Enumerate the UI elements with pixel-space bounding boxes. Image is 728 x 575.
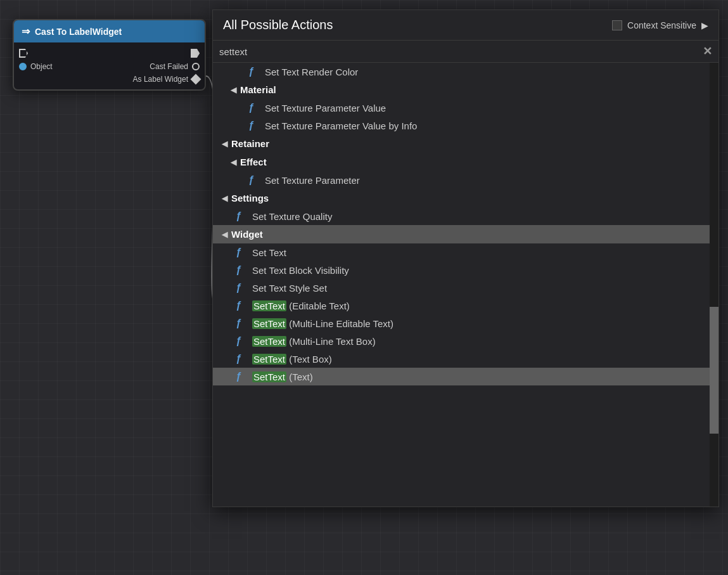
panel-title: All Possible Actions — [223, 18, 333, 32]
item-label: Set Texture Parameter Value — [265, 103, 386, 113]
list-item[interactable]: ƒ SetText (Multi-Line Text Box) — [213, 332, 718, 350]
highlight-settext: SetText — [252, 371, 286, 382]
context-sensitive-arrow: ▶ — [701, 20, 708, 30]
list-item[interactable]: ƒ Set Text — [213, 243, 718, 261]
scrollbar-track — [710, 63, 718, 507]
category-effect[interactable]: ◀ Effect — [213, 153, 718, 171]
list-item[interactable]: ƒ Set Texture Parameter Value — [213, 99, 718, 117]
func-icon: ƒ — [248, 174, 260, 186]
list-item[interactable]: ƒ Set Text Style Set — [213, 279, 718, 297]
list-item[interactable]: ƒ SetText (Text Box) — [213, 350, 718, 368]
actions-header: All Possible Actions Context Sensitive ▶ — [213, 10, 718, 41]
as-label-widget-label: As Label Widget — [133, 75, 188, 84]
cast-failed-pin[interactable] — [192, 63, 200, 70]
highlight-settext: SetText — [252, 318, 286, 329]
context-sensitive-label: Context Sensitive — [627, 20, 696, 30]
category-label-widget: Widget — [231, 229, 263, 240]
category-label-effect: Effect — [240, 157, 267, 167]
func-icon: ƒ — [236, 300, 247, 311]
object-pin-row: Object Cast Failed — [14, 60, 205, 73]
object-label: Object — [30, 62, 53, 71]
func-icon: ƒ — [236, 210, 247, 222]
item-label: Set Text Block Visibility — [252, 265, 349, 276]
item-label: SetText (Editable Text) — [252, 300, 350, 311]
collapse-arrow-material: ◀ — [231, 86, 236, 94]
cast-failed-label: Cast Failed — [150, 62, 188, 71]
item-label: SetText (Multi-Line Editable Text) — [252, 318, 393, 329]
item-label: SetText (Multi-Line Text Box) — [252, 336, 376, 347]
highlight-settext: SetText — [252, 300, 286, 311]
category-label-retainer: Retainer — [231, 138, 269, 149]
category-retainer[interactable]: ◀ Retainer — [213, 134, 718, 153]
list-item[interactable]: ƒ Set Texture Parameter — [213, 171, 718, 189]
func-icon: ƒ — [248, 66, 260, 77]
item-label: Set Texture Quality — [252, 211, 332, 222]
collapse-arrow-settings: ◀ — [222, 194, 227, 203]
exec-row — [14, 46, 205, 60]
search-bar: ✕ — [213, 41, 718, 63]
cast-icon: ⇒ — [22, 25, 30, 37]
item-label: Set Texture Parameter Value by Info — [265, 120, 417, 131]
func-icon: ƒ — [236, 282, 247, 294]
func-icon: ƒ — [236, 318, 247, 329]
func-icon: ƒ — [236, 371, 247, 382]
func-icon: ƒ — [248, 102, 260, 113]
list-item[interactable]: ƒ Set Text Render Color — [213, 63, 718, 81]
collapse-arrow-effect: ◀ — [231, 158, 236, 167]
func-icon: ƒ — [236, 247, 247, 258]
exec-in-pin[interactable] — [19, 49, 28, 58]
node-title: Cast To LabelWidget — [35, 27, 122, 37]
search-clear-button[interactable]: ✕ — [703, 44, 712, 58]
item-label: Set Text — [252, 247, 286, 258]
list-item[interactable]: ƒ Set Text Block Visibility — [213, 261, 718, 279]
item-label: Set Text Style Set — [252, 283, 327, 294]
collapse-arrow-widget: ◀ — [222, 230, 227, 239]
actions-panel: All Possible Actions Context Sensitive ▶… — [212, 10, 719, 507]
category-settings[interactable]: ◀ Settings — [213, 189, 718, 207]
search-input[interactable] — [219, 46, 698, 57]
context-sensitive-checkbox[interactable] — [612, 20, 622, 30]
node-body: Object Cast Failed As Label Widget — [14, 42, 205, 89]
scrollbar-thumb[interactable] — [710, 307, 718, 434]
highlight-settext: SetText — [252, 336, 286, 347]
collapse-arrow-retainer: ◀ — [222, 139, 227, 148]
object-pin[interactable] — [19, 63, 27, 70]
func-icon: ƒ — [236, 264, 247, 276]
func-icon: ƒ — [248, 120, 260, 131]
list-item[interactable]: ƒ SetText (Editable Text) — [213, 297, 718, 314]
as-label-widget-pin[interactable] — [191, 74, 201, 85]
category-label-settings: Settings — [231, 193, 269, 204]
list-item[interactable]: ƒ Set Texture Quality — [213, 207, 718, 225]
context-sensitive-group: Context Sensitive ▶ — [612, 20, 708, 30]
item-label: SetText (Text) — [252, 371, 313, 382]
func-icon: ƒ — [236, 335, 247, 347]
func-icon: ƒ — [236, 353, 247, 365]
blueprint-node: ⇒ Cast To LabelWidget Object Cast Failed… — [13, 19, 206, 91]
node-header: ⇒ Cast To LabelWidget — [14, 20, 205, 42]
actions-list: ƒ Set Text Render Color ◀ Material ƒ Set… — [213, 63, 718, 507]
category-widget[interactable]: ◀ Widget — [213, 225, 718, 243]
category-material[interactable]: ◀ Material — [213, 81, 718, 99]
as-label-widget-row: As Label Widget — [14, 73, 205, 86]
list-item[interactable]: ƒ Set Texture Parameter Value by Info — [213, 117, 718, 134]
item-label: SetText (Text Box) — [252, 354, 332, 365]
item-label: Set Texture Parameter — [265, 175, 360, 186]
exec-out-pin[interactable] — [191, 49, 200, 58]
highlight-settext: SetText — [252, 354, 286, 365]
category-label-material: Material — [240, 84, 276, 95]
list-item[interactable]: ƒ SetText (Multi-Line Editable Text) — [213, 314, 718, 332]
item-label: Set Text Render Color — [265, 67, 358, 77]
list-item-selected[interactable]: ƒ SetText (Text) — [213, 368, 718, 385]
